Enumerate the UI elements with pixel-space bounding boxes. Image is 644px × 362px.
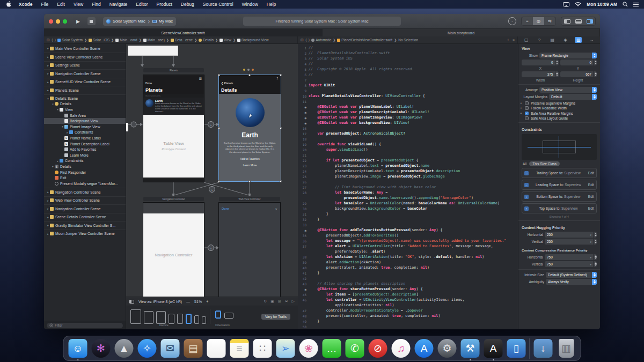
constraints-diagram[interactable] <box>522 134 597 160</box>
ambiguity-dropdown[interactable]: Always Verify <box>546 279 597 285</box>
outline-row[interactable]: ▸Navigation Controller Scene <box>44 69 126 76</box>
done-bar-button[interactable]: Done <box>145 82 152 85</box>
device-option[interactable] <box>144 311 153 324</box>
planet-description-label[interactable]: Earth otherwise known as the World or th… <box>219 139 281 154</box>
earth-table-cell[interactable]: Earth Earth otherwise known as the World… <box>143 98 204 115</box>
constraint-row[interactable]: ↑Top Space to: SuperviewEdit <box>522 203 597 213</box>
vary-for-traits-button[interactable]: Vary for Traits <box>261 314 290 320</box>
back-to-planets-button[interactable]: ❮ Planets <box>221 82 233 85</box>
identity-inspector-tab[interactable]: ▤ <box>549 37 556 43</box>
attributes-inspector-tab[interactable]: ◈ <box>562 37 569 43</box>
add-to-favorites-button[interactable]: Add to Favorites <box>219 157 281 160</box>
breadcrumb-item[interactable]: No Selection <box>398 38 418 42</box>
checkbox[interactable] <box>525 101 529 105</box>
menu-clock[interactable]: Mon 10:09 AM <box>587 2 617 7</box>
disclosure-triangle[interactable]: ▸ <box>46 190 50 194</box>
outline-row[interactable]: ▸SceneHUD View Controller Scene <box>44 78 126 85</box>
scheme-selector[interactable]: Solar System Mac ❯ My Mac <box>103 17 176 26</box>
learn-more-button[interactable]: Learn More <box>219 164 281 167</box>
forward-button[interactable]: ⟩ <box>55 38 56 42</box>
menu-item-xcode[interactable]: Xcode <box>14 0 37 9</box>
device-option[interactable] <box>156 311 166 324</box>
edit-constraint-button[interactable]: Edit <box>588 171 594 175</box>
outline-row[interactable]: ▸Main View Controller Scene <box>44 46 126 51</box>
menu-item-source-control[interactable]: Source Control <box>199 0 238 9</box>
this-size-class-tab[interactable]: This Size Class <box>529 161 560 166</box>
planet-image-view[interactable] <box>236 98 265 127</box>
outline-row[interactable]: ▸Planets Scene <box>44 86 126 93</box>
outline-row[interactable]: Exit <box>44 175 126 181</box>
back-button[interactable]: ⟨ <box>52 38 53 42</box>
disclosure-triangle[interactable]: ▸ <box>46 207 50 210</box>
dock-itunes-icon[interactable]: ♫ <box>391 338 411 358</box>
device-option-selected[interactable] <box>186 314 192 324</box>
resize-handle[interactable] <box>218 127 220 129</box>
minimize-window-button[interactable] <box>56 19 60 24</box>
canvas-work-area[interactable]: ››› Planets Done ▥ Planets IllustrationC… <box>126 44 298 297</box>
dock-messages-icon[interactable]: … <box>322 338 342 358</box>
disclosure-triangle[interactable]: ▸ <box>46 232 50 235</box>
toggle-outline-icon[interactable] <box>129 300 134 304</box>
checkbox[interactable] <box>525 116 529 120</box>
menu-item-editor[interactable]: Editor <box>131 0 152 9</box>
dock-calendar-icon[interactable] <box>207 338 226 358</box>
embed-button[interactable]: ▣ <box>270 299 274 304</box>
menu-item-navigate[interactable]: Navigate <box>105 0 132 9</box>
close-assistant-editor-button[interactable]: × <box>513 38 515 42</box>
outline-row[interactable]: LPlanet Description Label <box>44 141 126 147</box>
web-done-button[interactable]: Done <box>222 207 229 210</box>
update-frames-button[interactable]: ↻ <box>264 299 267 304</box>
book-icon[interactable]: ▥ <box>199 77 202 80</box>
resize-handle[interactable] <box>248 74 251 76</box>
constraint-row[interactable]: →Trailing Space to: SuperviewEdit <box>522 168 597 178</box>
resize-handle[interactable] <box>280 180 282 182</box>
run-button[interactable]: ▶ <box>76 19 80 24</box>
breadcrumb-item[interactable]: Deta...cene <box>171 38 193 42</box>
notification-center-icon[interactable] <box>633 2 639 7</box>
dock-photos-icon[interactable]: ❀ <box>299 338 319 358</box>
navigation-controller-label[interactable]: Navigation Controller <box>143 197 204 201</box>
device-option[interactable] <box>169 314 174 324</box>
height-field[interactable]: 667 <box>560 71 597 77</box>
dock-app-store-icon[interactable]: A <box>414 338 434 358</box>
apple-menu-icon[interactable] <box>0 1 14 8</box>
outline-row[interactable]: First Responder <box>44 169 126 175</box>
share-icon[interactable]: ↥ <box>276 77 279 80</box>
outline-row[interactable]: ▾Details Scene <box>44 94 126 101</box>
edit-constraint-button[interactable]: Edit <box>588 206 594 210</box>
outline-row[interactable]: ▸Web View Controller Scene <box>44 196 126 203</box>
breadcrumb-item[interactable]: Solar System <box>57 38 83 42</box>
toggle-debug-area-button[interactable] <box>573 17 584 25</box>
disclosure-triangle[interactable]: ▸ <box>56 159 60 162</box>
breadcrumb-item[interactable]: PlanetDetailsViewController.swift <box>337 38 392 42</box>
outline-row[interactable]: ▸Settings Scene <box>44 61 126 68</box>
outline-row[interactable]: ▸Scene Details Controller Scene <box>44 213 126 220</box>
size-inspector-tab[interactable]: ▥ <box>575 37 582 43</box>
dock-siri-icon[interactable]: ✻ <box>91 338 111 358</box>
zoom-window-button[interactable] <box>63 19 67 24</box>
outline-row[interactable]: ▸Navigation Controller Scene <box>44 188 126 195</box>
outline-row[interactable]: ▸Navigation Controller Scene <box>44 204 126 211</box>
add-assistant-editor-button[interactable]: + <box>507 38 509 42</box>
menu-item-find[interactable]: Find <box>87 0 105 9</box>
dock-maps-icon[interactable]: ➢ <box>276 338 296 358</box>
dock-simulator-icon[interactable]: ▯ <box>507 338 526 358</box>
dock-launchpad-icon[interactable]: ▲ <box>114 338 134 358</box>
disclosure-triangle[interactable]: ▸ <box>46 55 50 58</box>
disclosure-triangle[interactable]: ▾ <box>56 108 60 111</box>
x-field[interactable]: 0 <box>522 60 559 65</box>
disclosure-triangle[interactable]: ▾ <box>61 125 64 128</box>
edit-constraint-button[interactable]: Edit <box>588 183 594 187</box>
disclosure-triangle[interactable]: ▸ <box>46 199 50 202</box>
stepper-icon[interactable] <box>593 232 597 238</box>
editor-overlay-button[interactable]: ◦ <box>508 17 516 25</box>
resize-handle[interactable] <box>280 74 282 76</box>
layout-margins-dropdown[interactable]: Default <box>549 94 597 100</box>
dock-reminders-icon[interactable]: ∷ <box>253 338 273 358</box>
disclosure-triangle[interactable]: ▸ <box>46 80 50 84</box>
view-as-button[interactable]: View as: iPhone 8 (wC hR) <box>138 300 182 304</box>
menu-item-file[interactable]: File <box>37 0 53 9</box>
breadcrumb-item[interactable]: Background View <box>237 38 268 42</box>
stepper-icon[interactable] <box>593 60 597 65</box>
menu-item-debug[interactable]: Debug <box>177 0 199 9</box>
